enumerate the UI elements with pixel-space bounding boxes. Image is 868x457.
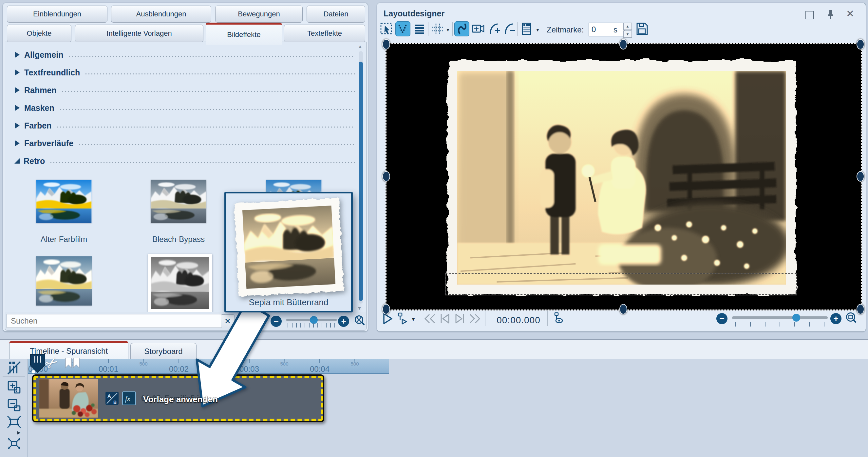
zeitmarke-input[interactable] xyxy=(589,23,625,36)
resize-handle-bottom-right[interactable] xyxy=(857,304,864,314)
parameter-table-icon[interactable] xyxy=(519,21,534,36)
add-keyframe-curve-icon[interactable] xyxy=(487,21,502,36)
skip-forward-button[interactable] xyxy=(467,311,483,326)
toolbar-divider xyxy=(28,359,28,457)
scroll-down-icon[interactable]: ▼ xyxy=(357,306,362,311)
dotted-leader xyxy=(68,55,355,57)
layout-canvas[interactable] xyxy=(385,43,862,311)
previous-frame-button[interactable] xyxy=(437,311,452,326)
resize-handle-top-right[interactable] xyxy=(857,39,864,50)
grid-dropdown-icon[interactable]: ▼ xyxy=(446,28,450,32)
toolbar-divider xyxy=(3,376,25,377)
category-label: Masken xyxy=(24,103,54,113)
category-label: Textfreundlich xyxy=(24,68,80,77)
resize-handle-mid-right[interactable] xyxy=(857,171,864,182)
scroll-up-icon[interactable]: ▲ xyxy=(358,44,363,49)
ruler-time-label: 00:04 xyxy=(310,365,330,374)
spin-down-icon[interactable]: ▼ xyxy=(623,30,632,38)
tab-bewegungen[interactable]: Bewegungen xyxy=(215,6,303,23)
category-rahmen[interactable]: Rahmen xyxy=(11,81,355,99)
maximize-preview-icon[interactable] xyxy=(353,314,367,328)
save-keyframes-icon[interactable] xyxy=(634,21,650,36)
canvas-zoom-in-button[interactable]: + xyxy=(830,313,841,324)
scrollbar-thumb[interactable] xyxy=(359,62,363,301)
effect-thumb-bleach-bypass[interactable] xyxy=(151,180,206,223)
flyout-arrow-icon[interactable]: ▶ xyxy=(17,430,21,435)
category-farbverlaeufe[interactable]: Farbverläufe xyxy=(11,135,355,152)
effect-thumb-grayscale[interactable] xyxy=(151,257,209,309)
fit-zoom-icon[interactable] xyxy=(844,311,859,326)
optimize-view-icon[interactable] xyxy=(6,415,22,429)
track-list-icon[interactable] xyxy=(412,21,427,36)
slider-thumb[interactable] xyxy=(310,316,318,324)
table-dropdown-icon[interactable]: ▼ xyxy=(535,28,540,32)
panel-title: Layoutdesigner xyxy=(383,9,444,18)
transport-divider xyxy=(485,311,486,326)
tab-ausblendungen[interactable]: Ausblendungen xyxy=(111,6,211,23)
slider-ticks xyxy=(287,323,337,327)
maximize-icon[interactable] xyxy=(805,11,814,19)
canvas-zoom-slider[interactable] xyxy=(732,316,828,319)
track-height-decrease-icon[interactable] xyxy=(6,397,22,412)
next-frame-button[interactable] xyxy=(452,311,467,326)
category-label: Rahmen xyxy=(24,86,57,95)
effect-thumb-retro-faded[interactable] xyxy=(36,256,92,306)
category-textfreundlich[interactable]: Textfreundlich xyxy=(11,64,355,81)
object-display-mode-icon[interactable] xyxy=(6,360,22,375)
canvas-zoom-out-button[interactable]: − xyxy=(716,313,727,324)
resize-handle-bottom-left[interactable] xyxy=(382,304,390,314)
effect-preview-card-sepia[interactable]: Sepia mit Büttenrand xyxy=(224,192,353,312)
tab-einblendungen[interactable]: Einblendungen xyxy=(7,6,107,23)
tab-intelligente-vorlagen[interactable]: Intelligente Vorlagen xyxy=(75,25,204,42)
category-retro-expanded[interactable]: Retro xyxy=(11,152,355,170)
zoom-in-thumbnails-button[interactable]: + xyxy=(338,316,349,327)
transport-divider xyxy=(547,311,548,326)
chevron-right-icon xyxy=(15,123,20,128)
skip-backward-button[interactable] xyxy=(422,311,437,326)
tab-label: Einblendungen xyxy=(33,10,81,18)
effect-thumb-frame[interactable] xyxy=(148,254,212,312)
resize-handle-top-center[interactable] xyxy=(619,39,627,50)
pin-icon[interactable] xyxy=(827,9,835,20)
track-height-increase-icon[interactable] xyxy=(6,380,22,395)
play-range-button[interactable] xyxy=(395,311,410,326)
sepia-photo-deckle-frame[interactable] xyxy=(443,56,801,299)
tab-bildeffekte-active[interactable]: Bildeffekte xyxy=(206,23,282,45)
resize-handle-top-left[interactable] xyxy=(382,39,390,50)
grid-tool-icon[interactable] xyxy=(430,21,445,36)
text-placeholder-box[interactable] xyxy=(445,274,797,295)
spin-up-icon[interactable]: ▲ xyxy=(623,23,632,30)
slider-thumb[interactable] xyxy=(792,314,800,322)
category-masken[interactable]: Masken xyxy=(11,99,355,117)
category-allgemein[interactable]: Allgemein xyxy=(11,46,355,64)
marker-preview-icon[interactable] xyxy=(551,311,566,326)
close-icon[interactable]: ✕ xyxy=(846,9,854,19)
keyframe-curve-tool-icon[interactable] xyxy=(395,21,410,36)
thumbnail-size-slider[interactable] xyxy=(286,319,337,321)
zeitmarke-spinner[interactable]: ▲ ▼ xyxy=(623,23,632,38)
ab-transition-icon[interactable]: A B xyxy=(105,392,119,405)
camera-pan-tool-icon[interactable] xyxy=(471,21,486,36)
tab-texteffekte[interactable]: Texteffekte xyxy=(284,25,365,42)
tab-objekte[interactable]: Objekte xyxy=(7,25,71,42)
resize-handle-mid-left[interactable] xyxy=(382,171,390,182)
effects-panel: Einblendungen Ausblendungen Bewegungen D… xyxy=(3,3,368,332)
tab-dateien[interactable]: Dateien xyxy=(307,6,365,23)
effect-thumb-alter-farbfilm[interactable] xyxy=(36,180,92,223)
tab-timeline-spuransicht-active[interactable]: Timeline - Spuransicht xyxy=(9,341,128,359)
range-flags-icon[interactable] xyxy=(65,358,81,369)
chevron-right-icon xyxy=(15,87,20,93)
expand-view-icon[interactable] xyxy=(6,436,22,451)
playhead-marker[interactable] xyxy=(30,353,45,374)
svg-text:B: B xyxy=(113,400,117,405)
ruler-minor-label: 500 xyxy=(350,361,359,367)
remove-keyframe-curve-icon[interactable] xyxy=(502,21,517,36)
play-options-dropdown-icon[interactable]: ▼ xyxy=(411,317,416,322)
resize-handle-bottom-center[interactable] xyxy=(619,304,627,314)
select-tool-icon[interactable] xyxy=(379,21,394,36)
zeitmarke-unit: s xyxy=(614,25,617,34)
fx-effects-icon[interactable]: fx xyxy=(122,392,136,405)
category-farben[interactable]: Farben xyxy=(11,117,355,135)
effects-content: Allgemein Textfreundlich Rahmen Masken F… xyxy=(5,41,367,331)
movement-path-tool-icon[interactable] xyxy=(454,21,469,36)
